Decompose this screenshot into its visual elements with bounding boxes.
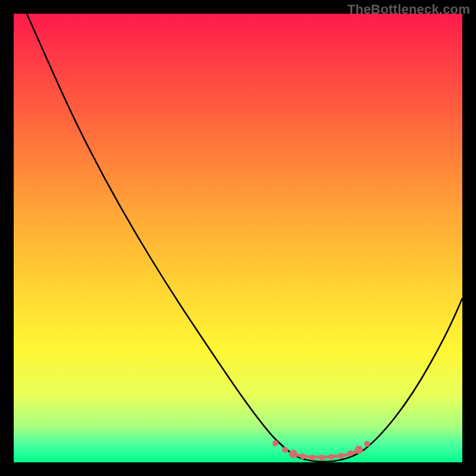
- data-dot: [300, 453, 306, 459]
- data-dot: [364, 441, 370, 447]
- chart-svg: [14, 14, 462, 462]
- data-dot: [328, 454, 334, 460]
- watermark-text: TheBottleneck.com: [347, 2, 470, 17]
- data-dot: [319, 455, 325, 461]
- data-dot: [347, 450, 353, 456]
- data-dot: [309, 455, 315, 461]
- data-dot: [273, 440, 278, 446]
- main-curve: [27, 14, 462, 462]
- chart-plot-area: [14, 14, 462, 462]
- dot-group: [273, 440, 370, 461]
- data-dot: [338, 453, 344, 459]
- data-dot: [282, 447, 288, 453]
- data-dot: [355, 446, 363, 454]
- data-dot: [289, 450, 298, 458]
